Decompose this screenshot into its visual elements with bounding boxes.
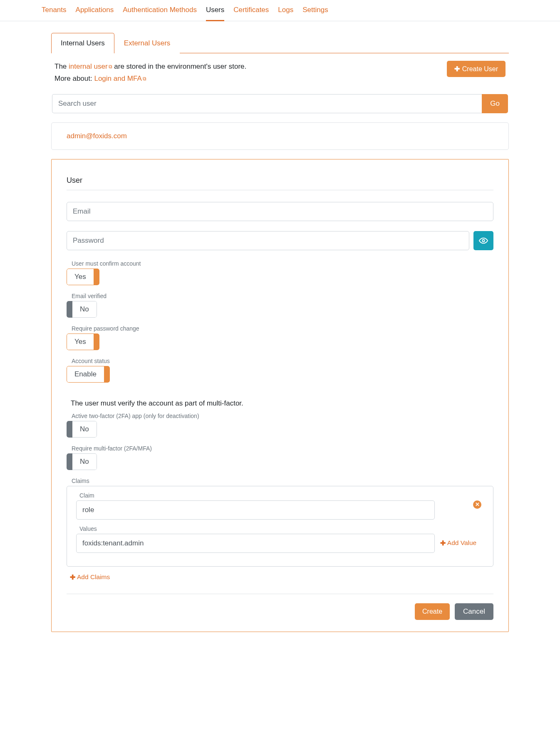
toggle-value: Enable [67, 366, 104, 383]
email-verified-toggle[interactable]: No [67, 301, 97, 318]
external-link-icon: ⧉ [109, 64, 112, 70]
account-status-label: Account status [72, 358, 493, 364]
add-value-label: Add Value [447, 539, 476, 547]
info-text: The internal user⧉ are stored in the env… [55, 61, 246, 85]
create-user-button[interactable]: ✚ Create User [447, 61, 505, 77]
claim-input[interactable] [76, 500, 435, 520]
nav-tenants[interactable]: Tenants [42, 6, 67, 21]
values-label: Values [79, 525, 484, 532]
info-prefix: The [55, 62, 69, 70]
remove-claim-button[interactable]: ✕ [473, 500, 481, 509]
nav-applications[interactable]: Applications [76, 6, 114, 21]
values-input[interactable] [76, 534, 435, 553]
add-claims-button[interactable]: ✚ Add Claims [70, 573, 110, 581]
toggle-value: No [72, 301, 97, 318]
email-field[interactable] [67, 202, 493, 221]
link-internal-user[interactable]: internal user⧉ [69, 62, 112, 70]
user-subtabs: Internal Users External Users [51, 33, 509, 53]
toggle-value: Yes [67, 269, 94, 285]
plus-icon: ✚ [454, 65, 460, 73]
eye-icon [479, 236, 488, 245]
user-list-item[interactable]: admin@foxids.com [51, 122, 509, 150]
account-status-toggle[interactable]: Enable [67, 366, 110, 383]
info-mid: are stored in the environment's user sto… [112, 62, 247, 70]
confirm-account-toggle[interactable]: Yes [67, 269, 99, 285]
tab-external-users[interactable]: External Users [114, 33, 180, 53]
user-email-link[interactable]: admin@foxids.com [67, 132, 127, 140]
toggle-value: No [72, 453, 97, 470]
top-nav: Tenants Applications Authentication Meth… [0, 0, 560, 21]
claims-box: ✕ Claim Values ✚ Add Value [67, 486, 493, 567]
form-title: User [67, 176, 493, 185]
password-field[interactable] [67, 231, 469, 250]
link-login-mfa[interactable]: Login and MFA⧉ [94, 75, 146, 82]
nav-logs[interactable]: Logs [278, 6, 293, 21]
svg-point-0 [482, 239, 485, 242]
add-claims-label: Add Claims [77, 573, 110, 581]
tab-internal-users[interactable]: Internal Users [51, 33, 114, 53]
claims-section-label: Claims [72, 478, 493, 484]
toggle-value: Yes [67, 333, 94, 350]
plus-icon: ✚ [70, 573, 75, 581]
email-verified-label: Email verified [72, 293, 493, 299]
toggle-knob [67, 301, 72, 318]
require-pw-change-toggle[interactable]: Yes [67, 333, 99, 350]
toggle-knob [104, 366, 110, 383]
divider [67, 594, 493, 594]
search-input[interactable] [52, 94, 482, 113]
active-2fa-label: Active two-factor (2FA) app (only for de… [72, 413, 493, 419]
confirm-account-label: User must confirm account [72, 260, 493, 267]
add-value-button[interactable]: ✚ Add Value [440, 539, 476, 547]
show-password-button[interactable] [473, 231, 493, 250]
nav-users[interactable]: Users [206, 6, 224, 21]
go-button[interactable]: Go [482, 94, 508, 113]
nav-auth-methods[interactable]: Authentication Methods [123, 6, 197, 21]
mfa-note: The user must verify the account as part… [71, 399, 493, 408]
external-link-icon: ⧉ [143, 76, 146, 82]
nav-settings[interactable]: Settings [302, 6, 328, 21]
toggle-value: No [72, 421, 97, 438]
close-icon: ✕ [475, 501, 480, 508]
plus-icon: ✚ [440, 539, 446, 547]
divider [67, 190, 493, 190]
require-pw-change-label: Require password change [72, 325, 493, 332]
active-2fa-toggle[interactable]: No [67, 421, 97, 438]
require-mfa-label: Require multi-factor (2FA/MFA) [72, 445, 493, 452]
claim-label: Claim [79, 492, 484, 499]
toggle-knob [67, 421, 72, 438]
cancel-button[interactable]: Cancel [455, 603, 493, 620]
user-form-panel: User User must confirm account Yes Email… [51, 159, 509, 632]
toggle-knob [67, 453, 72, 470]
toggle-knob [94, 269, 99, 285]
require-mfa-toggle[interactable]: No [67, 453, 97, 470]
create-button[interactable]: Create [415, 603, 450, 620]
toggle-knob [94, 333, 99, 350]
info-more-label: More about: [55, 75, 94, 82]
nav-certificates[interactable]: Certificates [233, 6, 269, 21]
create-user-label: Create User [462, 65, 498, 73]
